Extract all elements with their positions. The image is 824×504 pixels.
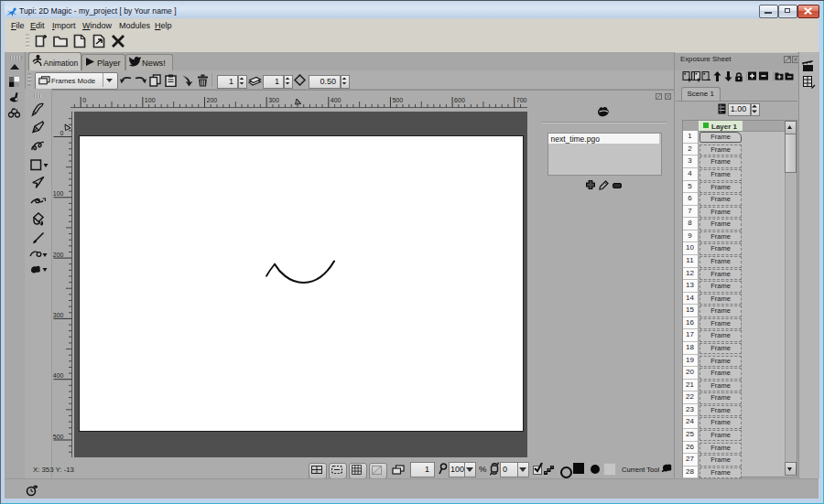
svg-text:200: 200 — [53, 252, 64, 258]
svg-text:400: 400 — [53, 372, 64, 379]
svg-text:700: 700 — [516, 97, 527, 103]
svg-text:100: 100 — [53, 190, 64, 197]
svg-text:600: 600 — [454, 97, 465, 103]
svg-text:0: 0 — [60, 130, 64, 136]
svg-text:500: 500 — [53, 434, 64, 440]
svg-text:300: 300 — [268, 97, 279, 103]
svg-text:300: 300 — [53, 312, 64, 318]
svg-text:400: 400 — [331, 97, 342, 103]
svg-text:0: 0 — [82, 97, 86, 103]
svg-text:500: 500 — [392, 97, 403, 103]
svg-text:100: 100 — [145, 97, 156, 103]
svg-text:200: 200 — [207, 97, 218, 103]
